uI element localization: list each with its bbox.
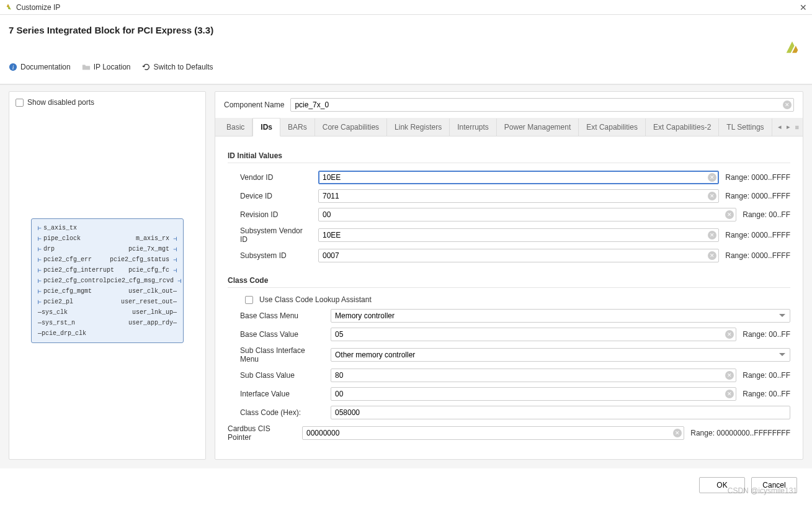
component-name-label: Component Name xyxy=(224,101,284,109)
device-id-label: Device ID xyxy=(240,192,312,200)
port-left: pcie2_cfg_interrupt xyxy=(38,267,114,274)
device-id-row: Device ID ✕ Range: 0000..FFFF xyxy=(228,189,790,203)
port-left: s_axis_tx xyxy=(38,225,77,232)
clear-icon[interactable]: ✕ xyxy=(725,390,734,398)
subsys-vendor-id-range: Range: 0000..FFFF xyxy=(725,231,790,239)
toolbar: i Documentation IP Location Switch to De… xyxy=(9,56,803,78)
vendor-id-input[interactable] xyxy=(318,171,719,184)
port-right: pcie_cfg_fc xyxy=(128,267,177,274)
subsys-id-input[interactable] xyxy=(318,249,719,262)
clear-icon[interactable]: ✕ xyxy=(673,429,682,437)
port-left: drp xyxy=(38,246,55,253)
clear-icon[interactable]: ✕ xyxy=(725,210,734,219)
sub-class-value-input[interactable] xyxy=(331,369,736,382)
tab-basic[interactable]: Basic xyxy=(219,118,252,136)
interface-value-label: Interface Value xyxy=(240,390,324,398)
subsystem-id-row: Subsystem ID ✕ Range: 0000..FFFF xyxy=(228,249,790,262)
tab-core-capabilities[interactable]: Core Capabilities xyxy=(315,118,387,136)
port-right: pcie_7x_mgt xyxy=(128,246,177,253)
diagram-panel: Show disabled ports s_axis_tx pipe_clock… xyxy=(9,91,206,460)
revision-id-input[interactable] xyxy=(318,208,736,221)
port-right: pcie2_cfg_msg_rcvd xyxy=(107,277,181,285)
tab-bars[interactable]: BARs xyxy=(280,118,315,136)
cardbus-label: Cardbus CIS Pointer xyxy=(228,424,296,442)
base-class-menu-label: Base Class Menu xyxy=(240,311,324,320)
info-icon: i xyxy=(9,63,17,71)
tab-tl-settings[interactable]: TL Settings xyxy=(719,118,772,136)
show-disabled-ports-row[interactable]: Show disabled ports xyxy=(16,98,199,107)
ok-button[interactable]: OK xyxy=(699,477,745,493)
vendor-id-row: Vendor ID ✕ Range: 0000..FFFF xyxy=(228,171,790,184)
sub-class-value-row: Sub Class Value ✕ Range: 00..FF xyxy=(228,369,790,382)
class-code-hex-label: Class Code (Hex): xyxy=(240,408,324,417)
config-panel: Component Name ✕ Basic IDs BARs Core Cap… xyxy=(215,91,803,460)
port-right: user_clk_out xyxy=(128,288,177,295)
sub-class-menu-label: Sub Class Interface Menu xyxy=(240,346,324,364)
sub-class-menu-select[interactable]: Other memory controller xyxy=(331,348,790,362)
port-left: sys_clk xyxy=(38,309,68,316)
base-class-menu-row: Base Class Menu Memory controller xyxy=(228,309,790,323)
app-icon xyxy=(4,3,12,12)
base-class-menu-select[interactable]: Memory controller xyxy=(331,309,790,323)
show-disabled-ports-checkbox[interactable] xyxy=(16,99,24,107)
tab-scroll-right-icon[interactable]: ▸ xyxy=(787,123,790,131)
page-title: 7 Series Integrated Block for PCI Expres… xyxy=(9,25,803,35)
revision-id-label: Revision ID xyxy=(240,210,312,219)
interface-value-input[interactable] xyxy=(331,387,736,401)
sub-class-menu-row: Sub Class Interface Menu Other memory co… xyxy=(228,346,790,364)
use-lookup-row: Use Class Code Lookup Assistant xyxy=(228,295,790,304)
clear-icon[interactable]: ✕ xyxy=(725,330,734,339)
port-right: user_lnk_up xyxy=(132,309,177,316)
device-id-range: Range: 0000..FFFF xyxy=(725,192,790,200)
class-code-hex-row: Class Code (Hex): xyxy=(228,406,790,419)
port-left: pcie2_cfg_control xyxy=(38,277,107,285)
base-class-value-label: Base Class Value xyxy=(240,330,324,339)
tabbar: Basic IDs BARs Core Capabilities Link Re… xyxy=(215,118,803,136)
tab-interrupts[interactable]: Interrupts xyxy=(450,118,497,136)
close-icon[interactable]: ✕ xyxy=(800,2,807,12)
revision-id-range: Range: 00..FF xyxy=(743,210,790,219)
documentation-button[interactable]: i Documentation xyxy=(9,63,71,71)
tab-link-registers[interactable]: Link Registers xyxy=(387,118,450,136)
tab-menu-icon[interactable]: ≡ xyxy=(795,123,799,131)
tab-scroll-left-icon[interactable]: ◂ xyxy=(778,123,782,131)
tab-ids[interactable]: IDs xyxy=(252,118,280,136)
port-left: pcie2_cfg_err xyxy=(38,256,92,264)
clear-icon[interactable]: ✕ xyxy=(708,192,716,200)
window-title: Customize IP xyxy=(16,3,60,12)
class-code-hex-input[interactable] xyxy=(331,406,790,419)
subsys-vendor-id-input[interactable] xyxy=(318,228,719,242)
clear-icon[interactable]: ✕ xyxy=(708,173,716,182)
ip-location-button[interactable]: IP Location xyxy=(82,63,131,71)
port-right: user_app_rdy xyxy=(128,320,177,326)
tab-content: ID Initial Values Vendor ID ✕ Range: 000… xyxy=(215,136,803,459)
clear-icon[interactable]: ✕ xyxy=(725,371,734,380)
cardbus-input[interactable] xyxy=(302,426,684,440)
ip-block-diagram: s_axis_tx pipe_clockm_axis_rx drppcie_7x… xyxy=(31,218,184,343)
port-right: user_reset_out xyxy=(121,298,177,305)
subsys-vendor-id-label: Subsystem Vendor ID xyxy=(240,226,312,244)
base-class-value-input[interactable] xyxy=(331,328,736,341)
section-id-initial: ID Initial Values xyxy=(228,151,790,163)
clear-icon[interactable]: ✕ xyxy=(708,251,716,260)
subsys-id-label: Subsystem ID xyxy=(240,251,312,260)
tab-power-management[interactable]: Power Management xyxy=(497,118,579,136)
cancel-button[interactable]: Cancel xyxy=(751,477,797,493)
device-id-input[interactable] xyxy=(318,189,719,203)
vendor-id-range: Range: 0000..FFFF xyxy=(725,173,790,182)
folder-icon xyxy=(82,63,91,71)
switch-defaults-button[interactable]: Switch to Defaults xyxy=(142,63,213,71)
vendor-id-label: Vendor ID xyxy=(240,173,312,182)
component-name-input[interactable] xyxy=(290,98,794,112)
revision-id-row: Revision ID ✕ Range: 00..FF xyxy=(228,208,790,221)
section-class-code: Class Code xyxy=(228,276,790,288)
port-left: pcie_cfg_mgmt xyxy=(38,288,92,295)
port-left: pcie2_pl xyxy=(38,298,73,306)
clear-icon[interactable]: ✕ xyxy=(783,101,792,109)
port-left: sys_rst_n xyxy=(38,320,75,326)
titlebar: Customize IP ✕ xyxy=(0,0,812,15)
tab-ext-capabilities[interactable]: Ext Capabilities xyxy=(579,118,646,136)
clear-icon[interactable]: ✕ xyxy=(708,231,716,239)
tab-ext-capabilities-2[interactable]: Ext Capabilities-2 xyxy=(646,118,719,136)
use-lookup-checkbox[interactable] xyxy=(245,296,253,304)
